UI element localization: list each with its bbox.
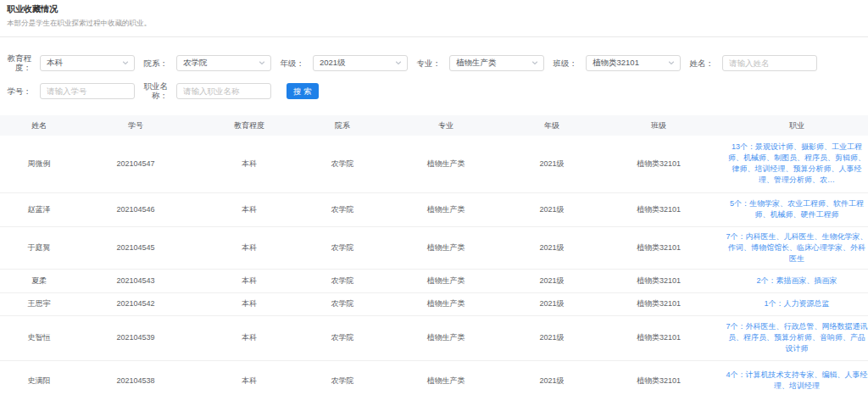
cell-student-id: 202104547 — [78, 136, 193, 192]
cell-class: 植物类32101 — [592, 269, 726, 292]
table-row: 王思宇 202104542 本科 农学院 植物生产类 2021级 植物类3210… — [0, 292, 868, 315]
cell-student-id: 202104543 — [78, 269, 193, 292]
column-header-student-id: 学号 — [78, 115, 193, 136]
cell-major: 植物生产类 — [380, 226, 512, 269]
cell-grade: 2021级 — [512, 136, 592, 192]
chevron-down-icon — [259, 59, 265, 66]
cell-department: 农学院 — [305, 315, 380, 360]
cell-grade: 2021级 — [512, 192, 592, 226]
cell-student-id: 202104538 — [78, 360, 193, 395]
table-row: 周微例 202104547 本科 农学院 植物生产类 2021级 植物类3210… — [0, 136, 868, 192]
grade-select[interactable]: 2021级 — [313, 55, 408, 71]
table-row: 史智恒 202104539 本科 农学院 植物生产类 2021级 植物类3210… — [0, 315, 868, 360]
cell-department: 农学院 — [305, 360, 380, 395]
cell-grade: 2021级 — [512, 292, 592, 315]
page-title: 职业收藏情况 — [7, 4, 861, 14]
cell-department: 农学院 — [305, 136, 380, 192]
name-input[interactable] — [722, 55, 817, 71]
class-value: 植物类32101 — [593, 58, 639, 69]
job-name-input[interactable] — [176, 83, 271, 99]
cell-name: 于庭翼 — [0, 226, 78, 269]
major-select[interactable]: 植物生产类 — [449, 55, 544, 71]
filter-class: 班级： 植物类32101 — [547, 55, 683, 71]
cell-class: 植物类32101 — [592, 360, 726, 395]
filter-form: 教育程度： 本科 院系： 农学院 年级： 2021级 专业： 植物生产类 — [0, 53, 868, 100]
cell-jobs-link[interactable]: 7个：内科医生、儿科医生、生物化学家、 作词、博物馆馆长、临床心理学家、外科 医… — [726, 226, 868, 269]
career-favorites-table: 姓名 学号 教育程度 院系 专业 年级 班级 职业 周微例 202104547 … — [0, 115, 868, 395]
cell-department: 农学院 — [305, 292, 380, 315]
column-header-education: 教育程度 — [193, 115, 305, 136]
header-divider — [0, 36, 868, 37]
name-label: 姓名： — [683, 58, 714, 68]
cell-class: 植物类32101 — [592, 226, 726, 269]
column-header-grade: 年级 — [512, 115, 592, 136]
cell-grade: 2021级 — [512, 360, 592, 395]
cell-name: 王思宇 — [0, 292, 78, 315]
cell-grade: 2021级 — [512, 269, 592, 292]
cell-student-id: 202104545 — [78, 226, 193, 269]
class-label: 班级： — [547, 58, 577, 68]
filter-job-name: 职业名称： — [137, 81, 274, 100]
cell-department: 农学院 — [305, 226, 380, 269]
cell-class: 植物类32101 — [592, 136, 726, 192]
cell-grade: 2021级 — [512, 226, 592, 269]
cell-name: 周微例 — [0, 136, 78, 192]
student-id-input[interactable] — [40, 83, 135, 99]
cell-student-id: 202104546 — [78, 192, 193, 226]
major-label: 专业： — [410, 58, 441, 68]
table-header-row: 姓名 学号 教育程度 院系 专业 年级 班级 职业 — [0, 115, 868, 136]
cell-department: 农学院 — [305, 192, 380, 226]
cell-class: 植物类32101 — [592, 292, 726, 315]
cell-name: 夏柔 — [0, 269, 78, 292]
cell-jobs-link[interactable]: 7个：外科医生、行政总管、网络数据通讯 员、程序员、预算分析师、音响师、产品 设… — [726, 315, 868, 360]
cell-jobs-link[interactable]: 13个：景观设计师、摄影师、工业工程 师、机械师、制图员、程序员、剪辑师、 律师… — [726, 136, 868, 192]
cell-major: 植物生产类 — [380, 136, 512, 192]
page-subtitle: 本部分是学生在职业探索过程中收藏的职业。 — [7, 19, 861, 28]
education-select[interactable]: 本科 — [40, 55, 135, 71]
column-header-major: 专业 — [380, 115, 512, 136]
grade-value: 2021级 — [320, 58, 346, 69]
cell-education: 本科 — [193, 315, 305, 360]
column-header-jobs: 职业 — [726, 115, 868, 136]
class-select[interactable]: 植物类32101 — [586, 55, 681, 71]
chevron-down-icon — [395, 59, 402, 66]
cell-jobs-link[interactable]: 1个：人力资源总监 — [726, 292, 868, 315]
department-select[interactable]: 农学院 — [176, 55, 271, 71]
filter-name: 姓名： — [683, 55, 820, 71]
filter-department: 院系： 农学院 — [137, 55, 274, 71]
filter-grade: 年级： 2021级 — [274, 55, 410, 71]
chevron-down-icon — [122, 59, 129, 66]
student-id-label: 学号： — [1, 86, 31, 96]
cell-education: 本科 — [193, 136, 305, 192]
cell-class: 植物类32101 — [592, 315, 726, 360]
filter-student-id: 学号： — [1, 83, 137, 99]
table-row: 赵蓝泽 202104546 本科 农学院 植物生产类 2021级 植物类3210… — [0, 192, 868, 226]
chevron-down-icon — [531, 59, 538, 66]
table-row: 于庭翼 202104545 本科 农学院 植物生产类 2021级 植物类3210… — [0, 226, 868, 269]
filter-major: 专业： 植物生产类 — [410, 55, 547, 71]
column-header-department: 院系 — [305, 115, 380, 136]
page-header: 职业收藏情况 本部分是学生在职业探索过程中收藏的职业。 — [0, 0, 868, 28]
search-button[interactable]: 搜 索 — [287, 83, 319, 99]
cell-jobs-link[interactable]: 5个：生物学家、农业工程师、软件工程 师、机械师、硬件工程师 — [726, 192, 868, 226]
column-header-class: 班级 — [592, 115, 726, 136]
cell-major: 植物生产类 — [380, 315, 512, 360]
cell-name: 赵蓝泽 — [0, 192, 78, 226]
filter-row-2: 学号： 职业名称： 搜 索 — [1, 81, 868, 100]
department-value: 农学院 — [183, 58, 208, 69]
cell-jobs-link[interactable]: 2个：素描画家、插画家 — [726, 269, 868, 292]
cell-major: 植物生产类 — [380, 192, 512, 226]
cell-major: 植物生产类 — [380, 292, 512, 315]
grade-label: 年级： — [274, 58, 304, 68]
cell-major: 植物生产类 — [380, 360, 512, 395]
cell-department: 农学院 — [305, 269, 380, 292]
column-header-name: 姓名 — [0, 115, 78, 136]
filter-row-1: 教育程度： 本科 院系： 农学院 年级： 2021级 专业： 植物生产类 — [1, 53, 868, 72]
cell-grade: 2021级 — [512, 315, 592, 360]
cell-major: 植物生产类 — [380, 269, 512, 292]
cell-jobs-link[interactable]: 4个：计算机技术支持专家、编辑、人事经 理、培训经理 — [726, 360, 868, 395]
cell-education: 本科 — [193, 226, 305, 269]
table-row: 夏柔 202104543 本科 农学院 植物生产类 2021级 植物类32101… — [0, 269, 868, 292]
cell-education: 本科 — [193, 292, 305, 315]
cell-name: 史智恒 — [0, 315, 78, 360]
